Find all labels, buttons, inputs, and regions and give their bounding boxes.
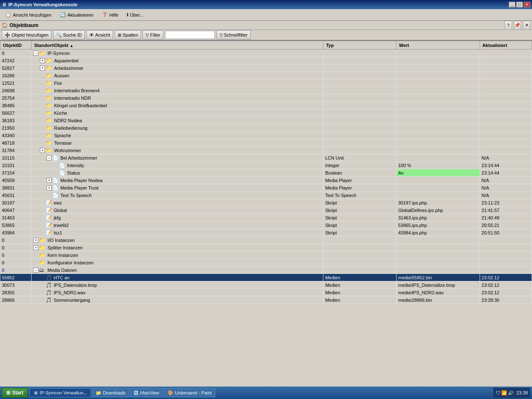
folder-icon: 📁 <box>39 252 46 258</box>
table-row[interactable]: 0−🗂Media Dateien <box>0 266 532 274</box>
object-label: Splitter Instanzen <box>47 245 83 250</box>
minimize-btn[interactable]: _ <box>509 2 515 7</box>
expand-btn[interactable]: + <box>33 238 38 243</box>
quickfilter-btn[interactable]: ▽ Schnellfilter <box>217 30 251 39</box>
table-row[interactable]: 55852🎵HTC anMedienmedia\55852.bin23:02:1… <box>0 274 532 281</box>
menu-aktualisieren[interactable]: 🔄 Aktualisieren <box>56 10 97 19</box>
cell-wert: 43984.ips.php <box>396 229 480 236</box>
sort-arrow-icon: ▲ <box>70 44 74 48</box>
table-row[interactable]: 21950📁Radiobedienung <box>0 124 532 132</box>
cell-akt <box>480 259 532 266</box>
cell-typ <box>323 266 397 274</box>
table-row[interactable]: 0📁Kern Instanzen <box>0 251 532 259</box>
close-btn[interactable]: ✕ <box>524 2 530 7</box>
cell-akt <box>480 102 532 109</box>
taskbar-btn-unbenannt---paint[interactable]: 🎨 Unbenannt - Paint <box>164 388 216 397</box>
table-row[interactable]: 24698📁Internetradio Bremen4 <box>0 87 532 94</box>
table-row[interactable]: 47242+📁Aquarienbel <box>0 57 532 64</box>
menu-ueber[interactable]: ℹ Über... <box>123 10 147 19</box>
object-label: Sprache <box>54 133 71 138</box>
menu-hilfe[interactable]: ❓ Hilfe <box>98 10 122 19</box>
object-table-container: ObjektID Standort\Objekt ▲ Typ Wert Aktu… <box>0 41 532 389</box>
title-bar: 🖥 IP-Symcon Verwaltungskonsole _ □ ✕ <box>0 0 532 9</box>
table-row[interactable]: 16286📁Aussen <box>0 72 532 79</box>
table-row[interactable]: 56627📁Küche <box>0 109 532 117</box>
expand-btn[interactable]: + <box>40 66 45 71</box>
cell-wert <box>396 259 480 266</box>
cell-akt <box>480 124 532 132</box>
panel-pin-btn[interactable]: 📌 <box>514 21 521 30</box>
expand-btn[interactable]: + <box>47 178 52 183</box>
table-row[interactable]: 53865📝trwe6t2Skript53865.ips.php20:55:21 <box>0 222 532 229</box>
table-row[interactable]: 45631📄Text To SpeechText To SpeechN/A <box>0 192 532 199</box>
maximize-btn[interactable]: □ <box>516 2 523 7</box>
search-id-btn[interactable]: 🔍 Suche ID <box>53 30 85 39</box>
table-row[interactable]: 0+📁Splitter Instanzen <box>0 244 532 251</box>
table-row[interactable]: 48718📁Terrasse <box>0 139 532 147</box>
cell-typ: Skript <box>323 222 397 229</box>
table-row[interactable]: 52827+📁Arbeitszimmer <box>0 64 532 72</box>
expand-btn[interactable]: + <box>33 245 38 250</box>
table-row[interactable]: 37154📄StatusBooleanAn23:14:44 <box>0 169 532 177</box>
table-row[interactable]: 36183📁NDR2 Nvidea <box>0 117 532 124</box>
filter-btn[interactable]: ▽ Filter <box>143 30 163 39</box>
cell-wert <box>396 64 480 72</box>
collapse-btn[interactable]: − <box>47 155 52 160</box>
col-header-akt[interactable]: Aktualisiert <box>480 41 532 49</box>
table-row[interactable]: 43340📁Sprache <box>0 132 532 139</box>
cell-object: 📁Internetradio Bremen4 <box>32 87 323 94</box>
volume-icon: 🔊 <box>508 390 514 396</box>
table-row[interactable]: 12521📁Flur <box>0 79 532 87</box>
folder-icon: 📁 <box>46 73 52 78</box>
taskbar-btn-icon: 🖼 <box>134 390 138 395</box>
table-row[interactable]: 28866🎵SonnenuntergangMedienmedia\28866.b… <box>0 296 532 304</box>
table-row[interactable]: 31463📝jkfgSkript31463.ips.php21:40:49 <box>0 214 532 222</box>
table-row[interactable]: 45509+📄Media Player NvideaMedia PlayerN/… <box>0 177 532 184</box>
cell-wert <box>396 177 480 184</box>
col-header-wert[interactable]: Wert <box>396 41 480 49</box>
cell-wert <box>396 87 480 94</box>
antivirus-icon: 🛡 <box>496 390 500 395</box>
taskbar-btn-irfanview[interactable]: 🖼 IrfanView <box>130 388 163 397</box>
taskbar-btn-downloads[interactable]: 📁 Downloads <box>92 388 129 397</box>
table-row[interactable]: 10115−📄Bel ArbeitszimmerLCN UnitN/A <box>0 154 532 162</box>
col-btn[interactable]: ⊞ Spalten <box>115 30 141 39</box>
table-row[interactable]: 28355🎵IPS_NDR2.wavMedienmedia\IPS_NDR2.w… <box>0 289 532 296</box>
col-header-typ[interactable]: Typ <box>323 41 397 49</box>
cell-id: 28866 <box>0 296 32 304</box>
table-row[interactable]: 30197📝ewzSkript30197.ips.php23:11:23 <box>0 199 532 207</box>
object-label: NDR2 Nvidea <box>54 118 82 123</box>
table-row[interactable]: 40647📝GlobalSkriptGlobalDefines.ips.php2… <box>0 207 532 214</box>
menu-ansicht[interactable]: 📋 Ansicht hinzufügen <box>2 10 55 19</box>
collapse-btn[interactable]: − <box>33 268 38 273</box>
table-row[interactable]: 43984📝tsz1Skript43984.ips.php20:51:50 <box>0 229 532 236</box>
cell-id: 53865 <box>0 222 32 229</box>
expand-btn[interactable]: + <box>40 58 45 63</box>
table-row[interactable]: 38831+📄Media Player TrustMedia PlayerN/A <box>0 184 532 192</box>
cell-typ <box>323 94 397 102</box>
view-btn[interactable]: 👁 Ansicht <box>86 30 113 39</box>
table-row[interactable]: 25754📁Internetradio NDR <box>0 94 532 102</box>
table-row[interactable]: 30073🎵IPS_Datensätze.bmpMedienmedia\IPS_… <box>0 281 532 289</box>
col-header-obj[interactable]: Standort\Objekt ▲ <box>32 41 323 49</box>
start-button[interactable]: ⊞ Start <box>2 388 28 398</box>
collapse-btn[interactable]: − <box>33 51 38 56</box>
taskbar-btn-ip-symcon-verwaltun[interactable]: 🖥 IP-Symcon Verwaltun... <box>30 388 91 397</box>
table-row[interactable]: 31784+📁Wohnzimmer <box>0 147 532 154</box>
table-row[interactable]: 0+📁I/O Instanzen <box>0 236 532 244</box>
search-input[interactable] <box>165 31 215 39</box>
table-row[interactable]: 38485📁Klingel und Briefkastenbel <box>0 102 532 109</box>
expand-btn[interactable]: + <box>47 185 52 190</box>
folder-icon: 📁 <box>46 95 52 101</box>
table-row[interactable]: 10101📄IntensityInteger100 %23:14:44 <box>0 162 532 169</box>
panel-help-btn[interactable]: ? <box>505 21 512 30</box>
table-row[interactable]: 0−📁IP-Symcon <box>0 49 532 57</box>
panel-close-btn[interactable]: ✕ <box>523 21 530 30</box>
add-object-btn[interactable]: ➕ Objekt hinzufügen <box>2 30 52 39</box>
expand-btn[interactable]: + <box>40 148 45 153</box>
table-row[interactable]: 0📁Konfigurator Instanzen <box>0 259 532 266</box>
cell-id: 47242 <box>0 57 32 64</box>
col-header-id[interactable]: ObjektID <box>0 41 32 49</box>
folder-icon: 📁 <box>46 103 52 108</box>
add-icon: 📋 <box>5 12 11 17</box>
